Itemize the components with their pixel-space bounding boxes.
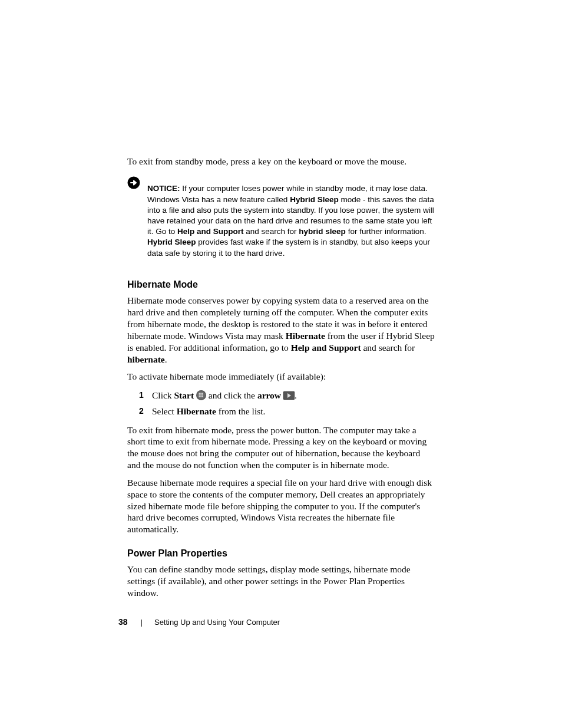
notice-label: NOTICE: (147, 184, 180, 193)
notice-text: NOTICE: If your computer loses power whi… (147, 183, 435, 259)
svg-rect-4 (201, 393, 203, 395)
step-1: Click Start and click the arrow (152, 388, 435, 402)
step-2: Select Hibernate from the list. (152, 404, 435, 418)
page-content: To exit from standby mode, press a key o… (127, 156, 435, 605)
powerplan-heading: Power Plan Properties (127, 548, 435, 559)
hibernate-paragraph-4: Because hibernate mode requires a specia… (127, 477, 435, 535)
svg-rect-3 (199, 393, 200, 395)
svg-rect-5 (199, 396, 200, 397)
hibernate-paragraph-2: To activate hibernate mode immediately (… (127, 371, 435, 383)
arrow-button-icon (283, 390, 295, 398)
hibernate-steps: Click Start and click the arrow (127, 388, 435, 419)
start-orb-icon (196, 390, 206, 400)
powerplan-paragraph-1: You can define standby mode settings, di… (127, 564, 435, 598)
footer-separator: | (141, 618, 143, 627)
page-number: 38 (118, 617, 128, 627)
intro-paragraph: To exit from standby mode, press a key o… (127, 156, 435, 167)
svg-rect-6 (201, 396, 203, 397)
page-footer: 38 | Setting Up and Using Your Computer (118, 617, 280, 627)
hibernate-heading: Hibernate Mode (127, 279, 435, 290)
notice-block: NOTICE: If your computer loses power whi… (127, 176, 435, 267)
footer-section-title: Setting Up and Using Your Computer (154, 618, 280, 627)
svg-point-2 (197, 391, 205, 399)
hibernate-paragraph-1: Hibernate mode conserves power by copyin… (127, 295, 435, 365)
notice-icon (127, 176, 140, 192)
hibernate-paragraph-3: To exit from hibernate mode, press the p… (127, 424, 435, 471)
